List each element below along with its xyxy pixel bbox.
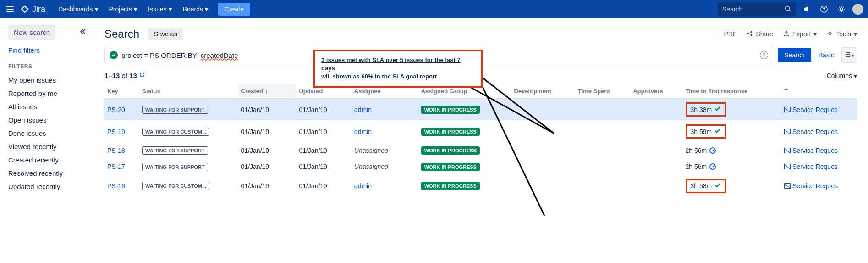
table-row[interactable]: PS-17 WAITING FOR SUPPORT 01/Jan/19 01/J…: [104, 159, 857, 175]
check-icon: [110, 51, 118, 59]
refresh-icon[interactable]: [139, 72, 145, 79]
export-action[interactable]: Export▾: [783, 30, 817, 38]
check-icon: [714, 182, 721, 190]
col-time-spent[interactable]: Time Spent: [575, 84, 630, 99]
gear-icon[interactable]: [835, 3, 848, 16]
search-button[interactable]: Search: [778, 48, 811, 62]
pdf-action[interactable]: PDF: [724, 30, 736, 38]
megaphone-icon[interactable]: [800, 3, 813, 16]
global-search[interactable]: [718, 2, 796, 16]
assignee-unassigned: Unassigned: [354, 147, 388, 154]
issue-key-link[interactable]: PS-20: [107, 106, 125, 113]
status-lozenge: WAITING FOR SUPPORT: [142, 163, 208, 171]
chevron-down-icon: ▾: [134, 6, 137, 13]
table-row[interactable]: PS-19 WAITING FOR CUSTOM... 01/Jan/19 01…: [104, 121, 857, 143]
search-icon: [785, 6, 791, 13]
sla-cell: 2h 56m: [683, 143, 782, 159]
assignee-link[interactable]: admin: [354, 128, 372, 135]
create-button[interactable]: Create: [218, 3, 250, 16]
group-lozenge: WORK IN PROGRESS: [421, 146, 480, 155]
share-action[interactable]: Share: [747, 30, 773, 38]
collapse-icon[interactable]: [79, 28, 87, 37]
hamburger-icon[interactable]: [5, 4, 16, 15]
svg-text:?: ?: [823, 7, 825, 12]
type-link[interactable]: Service Reques: [784, 128, 854, 135]
issue-key-link[interactable]: PS-16: [107, 182, 125, 190]
type-link[interactable]: Service Reques: [784, 163, 854, 170]
col-created[interactable]: Created↓: [238, 84, 297, 99]
sidebar-filter-item[interactable]: Done issues: [8, 127, 87, 140]
view-toggle[interactable]: ▾: [841, 47, 857, 63]
main-content: Search Save as PDF Share Export▾ Tools▾ …: [95, 18, 868, 263]
assignee-link[interactable]: admin: [354, 182, 372, 190]
broken-image-icon: [784, 148, 791, 153]
avatar[interactable]: [852, 4, 863, 15]
col-key[interactable]: Key: [104, 84, 139, 99]
table-row[interactable]: PS-20 WAITING FOR SUPPORT 01/Jan/19 01/J…: [104, 99, 857, 121]
sidebar-filter-item[interactable]: All issues: [8, 100, 87, 113]
broken-image-icon: [784, 164, 791, 169]
issue-key-link[interactable]: PS-19: [107, 128, 125, 135]
col-sla[interactable]: Time to first response: [683, 84, 782, 99]
issue-key-link[interactable]: PS-17: [107, 163, 125, 170]
save-as-button[interactable]: Save as: [148, 28, 183, 40]
nav-boards[interactable]: Boards▾: [178, 3, 213, 16]
sidebar-filter-item[interactable]: Resolved recently: [8, 167, 87, 180]
nav-issues[interactable]: Issues▾: [143, 3, 176, 16]
sla-value: 3h 58m: [691, 182, 712, 190]
sidebar-filter-item[interactable]: Reported by me: [8, 87, 87, 100]
list-icon: [845, 51, 851, 59]
created-cell: 01/Jan/19: [238, 121, 297, 143]
broken-image-icon: [784, 107, 791, 112]
chevron-down-icon: ▾: [813, 30, 817, 38]
tools-action[interactable]: Tools▾: [827, 30, 857, 38]
chevron-down-icon: ▾: [854, 72, 857, 79]
filters-heading: FILTERS: [8, 63, 87, 70]
sidebar-filter-item[interactable]: My open issues: [8, 73, 87, 87]
table-row[interactable]: PS-18 WAITING FOR SUPPORT 01/Jan/19 01/J…: [104, 143, 857, 159]
table-row[interactable]: PS-16 WAITING FOR CUSTOM... 01/Jan/19 01…: [104, 175, 857, 197]
top-nav: Jira Dashboards▾ Projects▾ Issues▾ Board…: [0, 0, 868, 18]
col-type[interactable]: T: [781, 84, 857, 99]
col-approvers[interactable]: Approvers: [630, 84, 682, 99]
help-icon[interactable]: ?: [818, 3, 830, 16]
chevron-down-icon: ▾: [852, 53, 854, 58]
updated-cell: 01/Jan/19: [296, 99, 351, 121]
columns-dropdown[interactable]: Columns▾: [827, 72, 857, 79]
type-link[interactable]: Service Reques: [784, 182, 854, 190]
status-lozenge: WAITING FOR SUPPORT: [142, 106, 208, 114]
created-cell: 01/Jan/19: [238, 143, 297, 159]
nav-projects[interactable]: Projects▾: [104, 3, 142, 16]
col-status[interactable]: Status: [139, 84, 238, 99]
new-search-button[interactable]: New search: [8, 25, 55, 40]
svg-point-7: [829, 32, 831, 34]
assignee-link[interactable]: admin: [354, 106, 372, 113]
nav-dashboards[interactable]: Dashboards▾: [54, 3, 103, 16]
jira-logo[interactable]: Jira: [20, 5, 45, 14]
check-icon: [714, 106, 721, 113]
svg-point-5: [751, 31, 753, 33]
nav-items: Dashboards▾ Projects▾ Issues▾ Boards▾ Cr…: [54, 3, 250, 16]
type-link[interactable]: Service Reques: [784, 147, 854, 154]
type-link[interactable]: Service Reques: [784, 106, 854, 113]
global-search-input[interactable]: [722, 6, 785, 13]
col-development[interactable]: Development: [511, 84, 575, 99]
updated-cell: 01/Jan/19: [296, 159, 351, 175]
group-lozenge: WORK IN PROGRESS: [421, 182, 480, 190]
svg-point-4: [747, 33, 749, 34]
sidebar-filter-item[interactable]: Viewed recently: [8, 140, 87, 153]
status-lozenge: WAITING FOR CUSTOM...: [142, 128, 209, 136]
issue-key-link[interactable]: PS-18: [107, 147, 125, 154]
sla-cell: 2h 56m: [683, 159, 782, 175]
chevron-down-icon: ▾: [169, 6, 172, 13]
updated-cell: 01/Jan/19: [296, 121, 351, 143]
sidebar-filter-item[interactable]: Created recently: [8, 153, 87, 167]
group-lozenge: WORK IN PROGRESS: [421, 163, 480, 171]
updated-cell: 01/Jan/19: [296, 143, 351, 159]
find-filters-link[interactable]: Find filters: [8, 46, 87, 54]
sidebar-filter-item[interactable]: Open issues: [8, 113, 87, 127]
updated-cell: 01/Jan/19: [296, 175, 351, 197]
sidebar-filter-item[interactable]: Updated recently: [8, 180, 87, 193]
help-icon[interactable]: ?: [760, 51, 768, 59]
basic-link[interactable]: Basic: [816, 51, 837, 59]
